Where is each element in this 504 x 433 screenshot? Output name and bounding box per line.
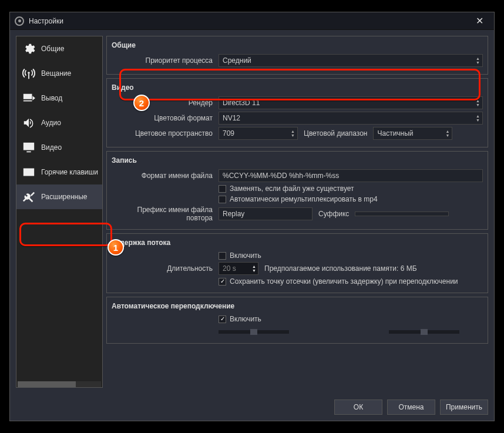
suffix-input[interactable] <box>355 212 449 216</box>
sidebar-item-label: Общие <box>41 45 64 53</box>
updown-icon: ▲▼ <box>476 99 480 107</box>
sidebar-item-label: Вывод <box>41 94 62 102</box>
monitor-icon <box>21 141 36 154</box>
close-icon[interactable]: ✕ <box>470 13 489 29</box>
updown-icon: ▲▼ <box>252 264 256 273</box>
tools-icon <box>21 190 36 203</box>
sidebar-item-general[interactable]: Общие <box>16 36 102 61</box>
group-general: Общие Приоритет процесса Средний ▲▼ <box>106 36 488 75</box>
sidebar-item-label: Видео <box>41 143 62 152</box>
updown-icon: ▲▼ <box>476 56 480 65</box>
remux-checkbox[interactable] <box>219 196 226 203</box>
color-format-label: Цветовой формат <box>112 114 215 122</box>
sidebar-scrollbar[interactable] <box>18 381 101 387</box>
sidebar-item-audio[interactable]: Аудио <box>16 110 102 135</box>
sidebar-item-output[interactable]: Вывод <box>16 86 102 110</box>
settings-window: Настройки ✕ Общие Вещание Вывод <box>9 12 495 421</box>
sidebar: Общие Вещание Вывод Аудио <box>16 36 103 388</box>
memory-estimate-label: Предполагаемое использование памяти: 6 М… <box>262 264 419 273</box>
reconnect-enable-label: Включить <box>230 315 261 323</box>
app-icon <box>15 16 24 26</box>
overwrite-checkbox[interactable] <box>219 185 226 193</box>
priority-select[interactable]: Средний ▲▼ <box>219 54 483 67</box>
gear-icon <box>21 42 36 55</box>
group-title: Видео <box>112 83 483 92</box>
sidebar-item-hotkeys[interactable]: Горячие клавиши <box>16 160 102 184</box>
antenna-icon <box>21 67 36 80</box>
titlebar: Настройки ✕ <box>10 12 494 30</box>
reconnect-spinner-right[interactable] <box>389 328 465 336</box>
output-icon <box>21 92 36 105</box>
color-range-label: Цветовой диапазон <box>301 129 369 137</box>
preserve-checkbox[interactable] <box>219 278 226 286</box>
group-auto-reconnect: Автоматическое переподключение Включить <box>106 297 488 344</box>
keyboard-icon <box>21 166 36 179</box>
color-space-select[interactable]: 709 ▲▼ <box>219 127 298 140</box>
color-format-select[interactable]: NV12 ▲▼ <box>219 112 483 125</box>
sidebar-item-label: Аудио <box>41 119 61 127</box>
renderer-select[interactable]: Direct3D 11 ▲▼ <box>219 96 483 109</box>
window-title: Настройки <box>29 17 470 25</box>
updown-icon: ▲▼ <box>446 129 450 137</box>
replay-prefix-input[interactable]: Replay <box>219 207 313 220</box>
filename-format-label: Формат имени файла <box>112 172 215 180</box>
color-space-label: Цветовое пространство <box>112 129 215 137</box>
reconnect-enable-checkbox[interactable] <box>219 315 226 323</box>
group-title: Запись <box>112 156 483 165</box>
suffix-label: Суффикс <box>316 210 351 218</box>
duration-label: Длительность <box>112 264 215 273</box>
reconnect-spinner-left[interactable] <box>219 328 295 336</box>
speaker-icon <box>21 116 36 129</box>
preserve-label: Сохранить точку отсечки (увеличить задер… <box>230 277 458 286</box>
sidebar-item-stream[interactable]: Вещание <box>16 61 102 86</box>
delay-enable-checkbox[interactable] <box>219 252 226 260</box>
group-video: Видео Рендер Direct3D 11 ▲▼ Цветовой фор… <box>106 78 488 147</box>
footer: ОК Отмена Применить <box>10 394 494 421</box>
apply-button[interactable]: Применить <box>440 400 488 415</box>
delay-enable-label: Включить <box>230 251 261 260</box>
group-recording: Запись Формат имени файла %CCYY-%MM-%DD … <box>106 151 488 230</box>
filename-format-input[interactable]: %CCYY-%MM-%DD %hh-%mm-%ss <box>219 169 483 182</box>
sidebar-item-video[interactable]: Видео <box>16 135 102 160</box>
content-area: Общие Приоритет процесса Средний ▲▼ Виде… <box>106 36 488 388</box>
replay-prefix-label: Префикс имени файла повтора <box>112 206 215 222</box>
group-title: Задержка потока <box>112 239 483 247</box>
priority-label: Приоритет процесса <box>112 56 215 65</box>
sidebar-item-label: Горячие клавиши <box>41 168 98 176</box>
remux-label: Автоматически ремультиплексировать в mp4 <box>230 195 378 203</box>
ok-button[interactable]: ОК <box>334 400 382 415</box>
sidebar-item-advanced[interactable]: Расширенные <box>16 184 102 209</box>
group-title: Общие <box>112 41 483 49</box>
sidebar-item-label: Расширенные <box>41 193 88 201</box>
group-stream-delay: Задержка потока Включить Длительность 20… <box>106 233 488 293</box>
group-title: Автоматическое переподключение <box>112 302 483 310</box>
renderer-label: Рендер <box>112 99 215 107</box>
color-range-select[interactable]: Частичный ▲▼ <box>373 127 452 140</box>
updown-icon: ▲▼ <box>476 114 480 122</box>
sidebar-item-label: Вещание <box>41 69 71 78</box>
duration-spinner[interactable]: 20 s ▲▼ <box>219 262 258 275</box>
updown-icon: ▲▼ <box>291 129 295 137</box>
cancel-button[interactable]: Отмена <box>387 400 435 415</box>
overwrite-label: Заменять, если файл уже существует <box>230 184 354 193</box>
